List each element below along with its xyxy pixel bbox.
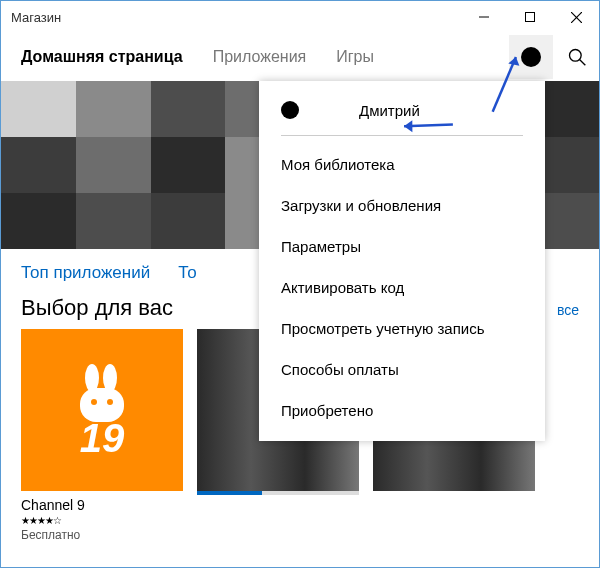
search-button[interactable] — [555, 35, 599, 79]
category-top-apps[interactable]: Топ приложений — [21, 263, 150, 283]
top-nav: Домашняя страница Приложения Игры — [1, 33, 599, 81]
menu-item-account[interactable]: Просмотреть учетную запись — [259, 308, 545, 349]
svg-point-4 — [570, 50, 582, 62]
app-price: Бесплатно — [21, 528, 183, 542]
app-tile: 19 — [21, 329, 183, 491]
svg-point-7 — [103, 364, 117, 392]
menu-item-purchased[interactable]: Приобретено — [259, 390, 545, 431]
menu-item-redeem[interactable]: Активировать код — [259, 267, 545, 308]
app-rating: ★★★★☆ — [21, 515, 183, 526]
window-titlebar: Магазин — [1, 1, 599, 33]
user-avatar-icon — [521, 47, 541, 67]
svg-line-5 — [580, 60, 586, 66]
search-icon — [567, 47, 587, 67]
tab-games[interactable]: Игры — [336, 38, 374, 76]
download-progress — [197, 491, 359, 495]
maximize-button[interactable] — [507, 1, 553, 33]
menu-user-name: Дмитрий — [359, 102, 420, 119]
window-controls — [461, 1, 599, 33]
tab-home[interactable]: Домашняя страница — [21, 38, 183, 76]
svg-rect-1 — [526, 13, 535, 22]
show-all-link[interactable]: все — [557, 302, 579, 318]
menu-item-downloads[interactable]: Загрузки и обновления — [259, 185, 545, 226]
menu-avatar-icon — [281, 101, 299, 119]
menu-item-payment[interactable]: Способы оплаты — [259, 349, 545, 390]
menu-user-row[interactable]: Дмитрий — [259, 95, 545, 135]
window-title: Магазин — [11, 10, 61, 25]
channel9-logo-icon: 19 — [52, 360, 152, 460]
svg-point-9 — [91, 399, 97, 405]
menu-item-settings[interactable]: Параметры — [259, 226, 545, 267]
svg-point-10 — [107, 399, 113, 405]
category-partial[interactable]: То — [178, 263, 197, 283]
svg-text:19: 19 — [80, 416, 125, 460]
app-name: Channel 9 — [21, 497, 183, 513]
user-dropdown-menu: Дмитрий Моя библиотека Загрузки и обновл… — [259, 81, 545, 441]
app-card-channel9[interactable]: 19 Channel 9 ★★★★☆ Бесплатно — [21, 329, 183, 542]
minimize-button[interactable] — [461, 1, 507, 33]
menu-item-library[interactable]: Моя библиотека — [259, 144, 545, 185]
close-button[interactable] — [553, 1, 599, 33]
user-avatar-button[interactable] — [509, 35, 553, 79]
menu-divider — [281, 135, 523, 136]
tab-apps[interactable]: Приложения — [213, 38, 307, 76]
svg-point-6 — [85, 364, 99, 392]
